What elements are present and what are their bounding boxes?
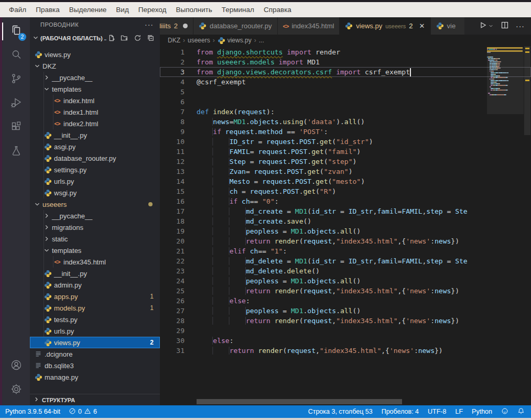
code-line-17[interactable]: 17 md_create = MD1(id_str = ID_str,famil… xyxy=(160,206,531,216)
code-line-31[interactable]: 31 return render(request,"index345.html"… xyxy=(160,346,531,356)
tab-index345.html[interactable]: <>index345.html xyxy=(278,17,340,35)
cursor-position-status[interactable]: Строка 3, столбец 53 xyxy=(308,408,373,415)
tree-file-urls.py[interactable]: urls.py xyxy=(30,175,160,187)
code-line-8[interactable]: 8 news=MD1.objects.using('daata').all() xyxy=(160,117,531,127)
minimap-slider[interactable] xyxy=(487,47,524,114)
tree-file-views.py[interactable]: views.py xyxy=(30,49,160,60)
tab-vie[interactable]: vie xyxy=(431,17,464,35)
tree-file-views.py[interactable]: views.py2 xyxy=(30,337,160,348)
code-line-10[interactable]: 10 ID_str = request.POST.get("id_str") xyxy=(160,137,531,147)
split-editor-icon[interactable] xyxy=(501,21,509,31)
python-interpreter-status[interactable]: Python 3.9.5 64-bit xyxy=(5,408,60,415)
tree-file-index.html[interactable]: <>index.html xyxy=(30,95,160,106)
tree-folder-migrations[interactable]: migrations xyxy=(30,222,160,233)
activity-run-debug-button[interactable] xyxy=(2,92,30,116)
tree-folder-templates[interactable]: templates xyxy=(30,83,160,95)
code-line-2[interactable]: 2from useeers.models import MD1 xyxy=(160,57,531,67)
code-line-29[interactable]: 29 xyxy=(160,326,531,336)
encoding-status[interactable]: UTF-8 xyxy=(428,408,446,415)
tree-file-apps.py[interactable]: apps.py1 xyxy=(30,291,160,302)
tree-folder-__pycache__[interactable]: __pycache__ xyxy=(30,210,160,222)
code-line-16[interactable]: 16 if ch== "0": xyxy=(160,196,531,206)
code-line-5[interactable]: 5 xyxy=(160,87,531,97)
account-button[interactable] xyxy=(2,354,30,378)
menu-item[interactable]: Вид xyxy=(111,6,133,14)
language-mode-status[interactable]: Python xyxy=(472,408,492,415)
menu-item[interactable]: Выделение xyxy=(64,6,112,14)
tree-file-index1.html[interactable]: <>index1.html xyxy=(30,106,160,118)
tree-folder-static[interactable]: static xyxy=(30,233,160,245)
code-line-3[interactable]: 3from django.views.decorators.csrf impor… xyxy=(160,67,531,77)
tree-file-asgi.py[interactable]: asgi.py xyxy=(30,141,160,152)
menu-item[interactable]: Терминал xyxy=(217,6,259,14)
breadcrumb-item[interactable]: useeers xyxy=(188,37,210,44)
tree-file-db.sqlite3[interactable]: db.sqlite3 xyxy=(30,360,160,371)
tree-folder-DKZ[interactable]: DKZ xyxy=(30,60,160,72)
menu-item[interactable]: Переход xyxy=(134,6,171,14)
refresh-icon[interactable] xyxy=(134,34,142,43)
activity-source-control-button[interactable] xyxy=(2,68,30,92)
activity-testing-button[interactable] xyxy=(2,140,30,164)
code-line-24[interactable]: 24 peopless = MD1.objects.all() xyxy=(160,276,531,286)
breadcrumb-item[interactable]: DKZ xyxy=(168,37,180,44)
workspace-section-header[interactable]: (РАБОЧАЯ ОБЛАСТЬ) ... xyxy=(30,32,160,45)
code-line-7[interactable]: 7def index(request): xyxy=(160,107,531,117)
code-editor[interactable]: 1from django.shortcuts import render2fro… xyxy=(160,46,531,405)
tree-file-admin.py[interactable]: admin.py xyxy=(30,279,160,291)
tree-folder-__pycache__[interactable]: __pycache__ xyxy=(30,72,160,83)
tab-views.py[interactable]: views.pyuseeers2✕ xyxy=(340,17,430,35)
horizontal-scrollbar[interactable] xyxy=(197,399,402,404)
activity-explorer-button[interactable]: 2 xyxy=(2,19,30,43)
menu-item[interactable]: Справка xyxy=(259,6,296,14)
collapse-all-icon[interactable] xyxy=(147,34,155,43)
tree-file-models.py[interactable]: models.py1 xyxy=(30,302,160,314)
tree-file-index345.html[interactable]: <>index345.html xyxy=(30,256,160,268)
code-line-23[interactable]: 23 md_delete.delete() xyxy=(160,266,531,276)
tree-file-database_roouter.py[interactable]: database_roouter.py xyxy=(30,152,160,164)
code-line-20[interactable]: 20 return render(request,"index345.html"… xyxy=(160,236,531,246)
code-line-15[interactable]: 15 ch = request.POST.get("R") xyxy=(160,186,531,196)
menu-item[interactable]: Выполнить xyxy=(171,6,216,14)
tree-file-.dcignore[interactable]: .dcignore xyxy=(30,348,160,360)
problems-status[interactable]: 0 6 xyxy=(69,407,97,416)
code-line-28[interactable]: 28 return render(request,"index345.html"… xyxy=(160,316,531,326)
code-line-14[interactable]: 14 Mesto = request.POST.get("mesto") xyxy=(160,176,531,186)
code-line-18[interactable]: 18 md_create.save() xyxy=(160,216,531,226)
outline-section-header[interactable]: СТРУКТУРА xyxy=(30,394,160,405)
tab-database_roouter.py[interactable]: database_roouter.py xyxy=(193,17,278,35)
vertical-scrollbar-slider[interactable] xyxy=(524,46,530,135)
code-line-19[interactable]: 19 peopless = MD1.objects.all() xyxy=(160,226,531,236)
code-line-30[interactable]: 30 else: xyxy=(160,336,531,346)
code-line-4[interactable]: 4@csrf_exempt xyxy=(160,77,531,87)
indentation-status[interactable]: Пробелов: 4 xyxy=(382,408,419,415)
minimap[interactable] xyxy=(487,47,524,152)
sidebar-more-actions-icon[interactable]: ··· xyxy=(145,20,154,29)
tree-file-__init__.py[interactable]: __init__.py xyxy=(30,129,160,141)
vertical-scrollbar[interactable] xyxy=(524,46,531,405)
new-folder-icon[interactable] xyxy=(121,34,128,43)
activity-extensions-button[interactable] xyxy=(2,116,30,140)
tree-folder-useeers[interactable]: useeers xyxy=(30,198,160,210)
menu-item[interactable]: Правка xyxy=(31,6,64,14)
activity-search-button[interactable] xyxy=(2,43,30,68)
tab-diiits[interactable]: diiits2 xyxy=(160,17,193,35)
menu-item[interactable]: Файл xyxy=(4,6,31,14)
breadcrumb-item[interactable]: ... xyxy=(259,37,264,44)
tree-folder-templates[interactable]: templates xyxy=(30,245,160,256)
code-line-25[interactable]: 25 return render(request,"index345.html"… xyxy=(160,286,531,296)
code-line-27[interactable]: 27 peopless = MD1.objects.all() xyxy=(160,306,531,316)
code-line-12[interactable]: 12 Step = request.POST.get("step") xyxy=(160,157,531,167)
run-button[interactable] xyxy=(479,21,494,31)
code-line-1[interactable]: 1from django.shortcuts import render xyxy=(160,47,531,57)
tree-file-settings.py[interactable]: settings.py xyxy=(30,164,160,175)
eol-status[interactable]: LF xyxy=(455,408,463,415)
tree-file-manage.py[interactable]: manage.py xyxy=(30,371,160,383)
code-line-26[interactable]: 26 else: xyxy=(160,296,531,306)
breadcrumb-item[interactable]: views.py xyxy=(218,37,252,45)
code-line-22[interactable]: 22 md_delete = MD1(id_str = ID_str,famil… xyxy=(160,256,531,266)
tree-file-tests.py[interactable]: tests.py xyxy=(30,314,160,325)
code-line-9[interactable]: 9 if request.method == 'POST': xyxy=(160,127,531,137)
notifications-button[interactable] xyxy=(517,407,525,416)
code-line-6[interactable]: 6 xyxy=(160,97,531,107)
new-file-icon[interactable] xyxy=(107,34,115,43)
